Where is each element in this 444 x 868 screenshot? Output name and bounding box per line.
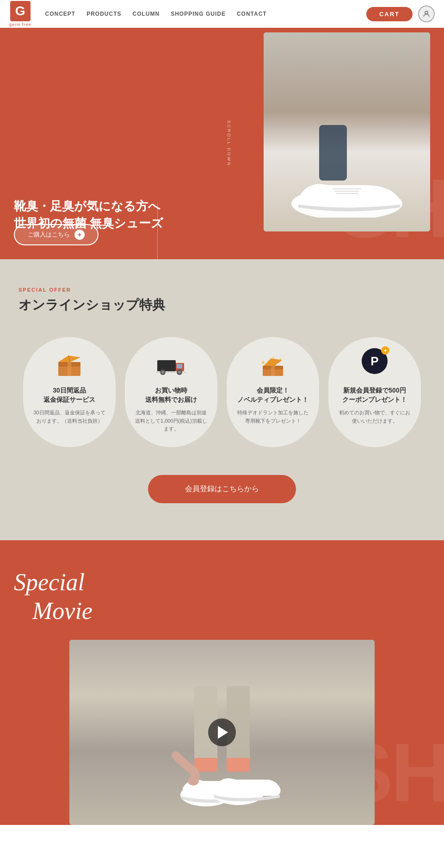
p-badge: P ✦ — [362, 348, 388, 374]
play-button[interactable] — [208, 718, 236, 746]
hero-image-inner — [264, 32, 430, 231]
hero-cta: ご購入はこちら + — [14, 224, 99, 245]
user-icon-button[interactable] — [418, 6, 435, 22]
logo[interactable]: G germ free — [9, 1, 31, 27]
novelty-card-desc: 特殊デオドラント加工を施した専用靴下をプレゼント！ — [236, 409, 310, 425]
logo-g: G — [10, 1, 31, 21]
movie-title: Special Movie — [14, 568, 430, 626]
hero-section: 靴臭・足臭が気になる方へ 世界初の無菌 無臭シューズ SCROLL DOWN ご… — [0, 28, 444, 259]
offer-card-coupon: P ✦ 新規会員登録で500円クーポンプレゼント！ 初めてのお買い物で、すぐにお… — [328, 337, 421, 447]
main-nav: CONCEPT PRODUCTS COLUMN SHOPPING GUIDE C… — [45, 11, 366, 17]
hero-cta-button[interactable]: ご購入はこちら + — [14, 224, 99, 245]
hero-cta-label: ご購入はこちら — [28, 231, 70, 239]
shipping-card-desc: 北海道、沖縄、一部離島は別途送料として1,000円(税込)頂載します。 — [134, 409, 208, 433]
p-icon-letter: P — [370, 354, 378, 368]
svg-rect-1 — [319, 125, 347, 181]
offer-card-return: 30日間返品返金保証サービス 30日間返品、返金保証を承っております。（送料当社… — [23, 337, 116, 447]
cta-arrow-icon: + — [74, 230, 85, 240]
nav-item-concept[interactable]: CONCEPT — [45, 11, 76, 17]
video-person — [153, 686, 291, 825]
svg-rect-9 — [157, 360, 176, 371]
movie-title-line1: Special — [14, 568, 430, 597]
movie-video-container[interactable] — [69, 640, 375, 825]
offer-card-shipping: お買い物時送料無料でお届け 北海道、沖縄、一部離島は別途送料として1,000円(… — [125, 337, 217, 447]
shipping-card-title: お買い物時送料無料でお届け — [145, 386, 197, 404]
offer-title: オンラインショップ特典 — [18, 296, 426, 314]
shipping-icon — [156, 351, 186, 379]
special-offer-section: SPECIAL OFFER オンラインショップ特典 30日間返品返金保証サービス… — [0, 259, 444, 540]
header: G germ free CONCEPT PRODUCTS COLUMN SHOP… — [0, 0, 444, 28]
return-icon — [55, 351, 84, 379]
movie-video-inner — [69, 640, 375, 825]
nav-item-products[interactable]: PRODUCTS — [86, 11, 121, 17]
nav-item-shopping-guide[interactable]: SHOPPING GUIDE — [171, 11, 226, 17]
nav-item-contact[interactable]: CONTACT — [237, 11, 267, 17]
novelty-icon: ✦ ✦ ✦ — [258, 351, 288, 379]
svg-rect-22 — [271, 366, 275, 376]
logo-name: germ free — [9, 22, 31, 27]
member-register-button[interactable]: 会員登録はこちらから — [148, 475, 296, 503]
offer-card-novelty: ✦ ✦ ✦ 会員限定！ノベルティプレゼント！ 特殊デオドラント加工を施した専用靴… — [227, 337, 319, 447]
movie-title-line2: Movie — [32, 597, 430, 625]
play-icon — [218, 726, 228, 739]
hero-title-line1: 靴臭・足臭が気になる方へ — [14, 198, 163, 214]
coupon-icon: P ✦ — [362, 351, 388, 379]
hero-scroll-text: SCROLL DOWN — [227, 120, 231, 167]
svg-rect-8 — [68, 362, 71, 376]
nav-item-column[interactable]: COLUMN — [133, 11, 160, 17]
header-right: CART — [366, 6, 435, 22]
coupon-card-desc: 初めてのお買い物で、すぐにお使いいただけます。 — [338, 409, 412, 425]
coupon-card-title: 新規会員登録で500円クーポンプレゼント！ — [342, 386, 407, 404]
hero-divider — [157, 204, 158, 259]
p-star: ✦ — [381, 346, 389, 355]
svg-point-29 — [188, 776, 199, 786]
svg-rect-26 — [227, 758, 250, 772]
offer-label: SPECIAL OFFER — [18, 287, 426, 293]
novelty-card-title: 会員限定！ノベルティプレゼント！ — [237, 386, 308, 404]
cart-button[interactable]: CART — [366, 7, 413, 21]
svg-rect-11 — [177, 364, 182, 368]
special-movie-section: Special Movie — [0, 540, 444, 825]
offer-grid: 30日間返品返金保証サービス 30日間返品、返金保証を承っております。（送料当社… — [18, 337, 426, 447]
shoe-shape — [273, 125, 421, 218]
return-card-title: 30日間返品返金保証サービス — [43, 386, 95, 404]
svg-point-0 — [425, 11, 428, 14]
user-icon — [422, 10, 431, 18]
hero-image — [264, 32, 430, 231]
return-card-desc: 30日間返品、返金保証を承っております。（送料当社負担） — [32, 409, 106, 425]
